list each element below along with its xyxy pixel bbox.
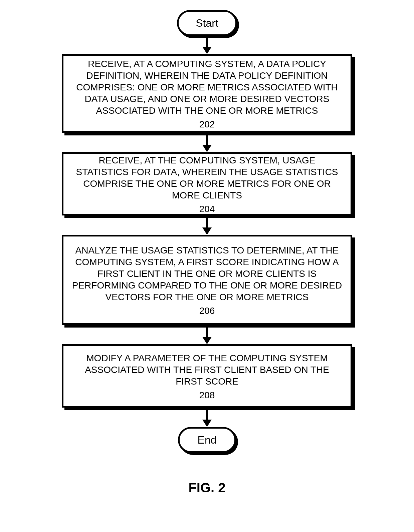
arrow-stem [206, 410, 208, 420]
process-step-208: MODIFY A PARAMETER OF THE COMPUTING SYST… [62, 344, 352, 408]
process-step-204: RECEIVE, AT THE COMPUTING SYSTEM, USAGE … [62, 152, 352, 215]
arrow-stem [206, 328, 208, 337]
process-box: RECEIVE, AT THE COMPUTING SYSTEM, USAGE … [62, 152, 352, 215]
arrow-head-icon [202, 337, 212, 344]
process-text: MODIFY A PARAMETER OF THE COMPUTING SYST… [71, 352, 343, 387]
process-box: RECEIVE, AT A COMPUTING SYSTEM, A DATA P… [62, 54, 352, 133]
terminator-start-shape: Start [177, 10, 237, 36]
figure-label: FIG. 2 [188, 480, 225, 495]
process-text: ANALYZE THE USAGE STATISTICS TO DETERMIN… [71, 244, 343, 303]
process-text: RECEIVE, AT A COMPUTING SYSTEM, A DATA P… [71, 58, 343, 116]
process-step-202: RECEIVE, AT A COMPUTING SYSTEM, A DATA P… [62, 54, 352, 133]
process-ref: 204 [199, 203, 215, 215]
connector-arrow [202, 37, 212, 54]
process-ref: 202 [199, 118, 215, 130]
connector-arrow [202, 410, 212, 427]
terminator-end: End [178, 427, 236, 453]
terminator-start: Start [177, 10, 237, 36]
process-ref: 208 [199, 389, 215, 401]
terminator-end-label: End [198, 434, 217, 446]
process-ref: 206 [199, 305, 215, 317]
flowchart-canvas: Start RECEIVE, AT A COMPUTING SYSTEM, A … [0, 0, 414, 532]
connector-arrow [202, 218, 212, 235]
process-box: MODIFY A PARAMETER OF THE COMPUTING SYST… [62, 344, 352, 408]
process-text: RECEIVE, AT THE COMPUTING SYSTEM, USAGE … [71, 154, 343, 201]
arrow-stem [206, 218, 208, 227]
arrow-stem [206, 135, 208, 145]
process-box: ANALYZE THE USAGE STATISTICS TO DETERMIN… [62, 235, 352, 325]
arrow-head-icon [202, 145, 212, 152]
arrow-head-icon [202, 227, 212, 235]
arrow-stem [206, 37, 208, 47]
arrow-head-icon [202, 420, 212, 427]
arrow-head-icon [202, 47, 212, 54]
terminator-end-shape: End [178, 427, 236, 453]
connector-arrow [202, 135, 212, 152]
connector-arrow [202, 328, 212, 344]
terminator-start-label: Start [196, 17, 218, 29]
process-step-206: ANALYZE THE USAGE STATISTICS TO DETERMIN… [62, 235, 352, 325]
